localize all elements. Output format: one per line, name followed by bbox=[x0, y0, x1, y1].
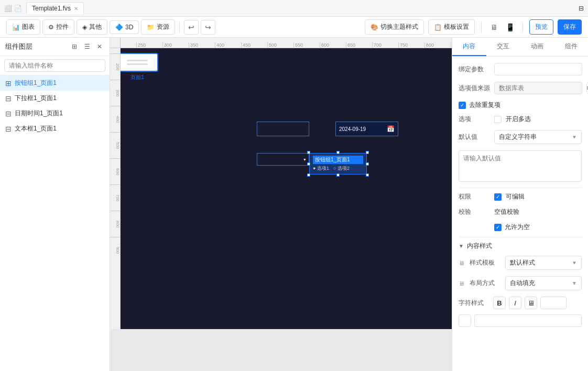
layout-select[interactable]: 自动填充 ▼ bbox=[505, 276, 582, 290]
italic-button[interactable]: I bbox=[509, 297, 521, 309]
font-style-row: 字符样式 B I 🖥 12 bbox=[459, 297, 582, 309]
ruler-vertical: 200 300 400 500 600 700 800 900 bbox=[110, 48, 121, 329]
device-icons: 🖥 📱 bbox=[488, 21, 516, 34]
layout-label: 布局方式 bbox=[470, 279, 501, 288]
preview-button[interactable]: 预览 bbox=[529, 19, 553, 35]
canvas-btn-group-widget[interactable]: 按钮组1_页面1 ● 选项1 ○ 选项2 bbox=[309, 153, 367, 174]
titlebar-right: ⊟ bbox=[579, 5, 584, 12]
ruler-mark-850: 850 bbox=[451, 42, 452, 48]
editable-label: 可编辑 bbox=[506, 192, 525, 201]
option1-label: ● 选项1 bbox=[313, 165, 329, 172]
undo-redo-group: ↩ ↪ bbox=[184, 20, 215, 35]
font-style-label: 字符样式 bbox=[459, 299, 490, 308]
bold-button[interactable]: B bbox=[493, 297, 506, 309]
list-view-icon[interactable]: ☰ bbox=[82, 42, 92, 51]
monitor-icon-font[interactable]: 🖥 bbox=[525, 297, 537, 309]
btn-group-title: 按钮组1_页面1 bbox=[313, 156, 363, 164]
bind-param-row: 绑定参数 bbox=[459, 63, 582, 75]
chevron-down-icon-section: ▼ bbox=[459, 243, 464, 249]
undo-button[interactable]: ↩ bbox=[184, 20, 199, 35]
template-button[interactable]: 📋 模板设置 bbox=[428, 19, 475, 35]
page-thumb-lines bbox=[127, 60, 148, 65]
style-template-row: 🖥 样式模板 默认样式 ▼ bbox=[459, 256, 582, 270]
chart-icon: 📊 bbox=[12, 24, 20, 31]
layer-item-datetime[interactable]: ⊟ 日期时间1_页面1 bbox=[0, 106, 110, 121]
tab-component[interactable]: 组件 bbox=[554, 38, 588, 56]
close-icon[interactable]: ✕ bbox=[74, 6, 78, 12]
source-input[interactable] bbox=[494, 82, 582, 94]
layer-item-btn-group[interactable]: ⊞ 按钮组1_页面1 bbox=[0, 75, 110, 91]
chevron-down-icon: ▼ bbox=[572, 134, 577, 140]
theme-button[interactable]: 🎨 切换主题样式 bbox=[365, 19, 424, 35]
save-button[interactable]: 保存 bbox=[558, 19, 582, 35]
other-button[interactable]: ◈ 其他 bbox=[77, 19, 107, 35]
default-val-textarea[interactable] bbox=[459, 150, 582, 182]
left-panel: 组件图层 ⊞ ☰ ✕ ⊞ 按钮组1_页面1 ⊟ 下拉框1_页面1 ⊟ 日期时间1… bbox=[0, 38, 110, 371]
divider-2 bbox=[459, 237, 582, 237]
ruler-h-marks: 250 300 350 400 450 500 550 600 650 700 … bbox=[121, 38, 452, 48]
theme-icon: 🎨 bbox=[371, 24, 378, 31]
layer-item-textbox[interactable]: ⊟ 文本框1_页面1 bbox=[0, 121, 110, 136]
control-button[interactable]: ⚙ 控件 bbox=[42, 19, 74, 35]
canvas-dropdown-widget[interactable] bbox=[257, 153, 309, 166]
3d-icon: 🔷 bbox=[115, 24, 123, 31]
canvas-scroll[interactable]: 2024-09-19 📅 按钮组1_页面1 ● 选项1 ○ 选项2 bbox=[121, 48, 452, 329]
control-icon: ⚙ bbox=[48, 24, 54, 31]
search-input[interactable] bbox=[4, 59, 105, 72]
option-label: 选项 bbox=[459, 115, 490, 124]
bind-param-input[interactable] bbox=[494, 63, 582, 75]
page-1-container: 页面1 bbox=[116, 53, 158, 72]
canvas-datetime-widget[interactable]: 2024-09-19 📅 bbox=[335, 122, 398, 136]
ruler-corner bbox=[110, 38, 121, 48]
color-input[interactable]: #FFFFFF bbox=[474, 314, 582, 327]
tab-interaction[interactable]: 交互 bbox=[486, 38, 520, 56]
grid-view-icon[interactable]: ⊞ bbox=[70, 42, 79, 51]
color-swatch[interactable] bbox=[459, 314, 471, 327]
tab-content[interactable]: 内容 bbox=[452, 38, 486, 56]
3d-button[interactable]: 🔷 3D bbox=[110, 20, 139, 34]
ruler-mark-300: 300 bbox=[162, 42, 189, 48]
style-template-select[interactable]: 默认样式 ▼ bbox=[505, 256, 582, 270]
canvas-input-widget[interactable] bbox=[257, 122, 309, 136]
default-val-value: 自定义字符串 bbox=[499, 133, 537, 141]
page-1-thumb[interactable] bbox=[116, 53, 158, 72]
chart-button[interactable]: 📊 图表 bbox=[6, 19, 40, 35]
toolbar-right: 🎨 切换主题样式 📋 模板设置 🖥 📱 预览 保存 bbox=[365, 19, 582, 35]
ruler-v-300: 300 bbox=[110, 80, 120, 106]
layer-item-dropdown[interactable]: ⊟ 下拉框1_页面1 bbox=[0, 91, 110, 106]
layer-item-icon-btn: ⊞ bbox=[5, 79, 12, 88]
ruler-v-marks: 200 300 400 500 600 700 800 900 bbox=[110, 48, 120, 263]
right-tabs: 内容 交互 动画 组件 bbox=[452, 38, 588, 57]
tab-title: Template1.fvs bbox=[32, 5, 71, 12]
remove-dup-label: 去除重复项 bbox=[469, 101, 500, 110]
layer-item-icon-drop: ⊟ bbox=[5, 94, 12, 103]
allow-null-checkbox[interactable]: ✓ bbox=[494, 224, 502, 231]
desktop-icon[interactable]: 🖥 bbox=[488, 21, 500, 34]
option2-label: ○ 选项2 bbox=[333, 165, 350, 172]
source-row: 选项值来源 ⧉ bbox=[459, 82, 582, 94]
content-style-section[interactable]: ▼ 内容样式 bbox=[459, 242, 582, 250]
ruler-v-400: 400 bbox=[110, 106, 120, 132]
tab-animation[interactable]: 动画 bbox=[520, 38, 554, 56]
ruler-mark-600: 600 bbox=[320, 42, 346, 48]
title-tab[interactable]: Template1.fvs ✕ bbox=[26, 2, 84, 14]
mobile-icon[interactable]: 📱 bbox=[504, 21, 516, 34]
ruler-v-500: 500 bbox=[110, 132, 120, 158]
app-icon: ⬜ bbox=[4, 5, 12, 12]
default-val-select[interactable]: 自定义字符串 ▼ bbox=[494, 130, 582, 144]
color-row: #FFFFFF bbox=[459, 314, 582, 327]
ruler-mark-800: 800 bbox=[424, 42, 451, 48]
ruler-mark-550: 550 bbox=[293, 42, 320, 48]
ruler-mark-500: 500 bbox=[267, 42, 293, 48]
page-1-label: 页面1 bbox=[130, 74, 144, 81]
redo-button[interactable]: ↪ bbox=[201, 20, 215, 35]
separator-1 bbox=[179, 22, 180, 32]
multi-select-checkbox[interactable] bbox=[494, 116, 502, 123]
remove-dup-checkbox[interactable]: ✓ bbox=[459, 102, 466, 109]
source-label: 选项值来源 bbox=[459, 84, 490, 93]
layer-list: ⊞ 按钮组1_页面1 ⊟ 下拉框1_页面1 ⊟ 日期时间1_页面1 ⊟ 文本框1… bbox=[0, 75, 110, 371]
resource-button[interactable]: 📁 资源 bbox=[141, 19, 175, 35]
editable-checkbox[interactable]: ✓ bbox=[494, 193, 502, 201]
close-panel-icon[interactable]: ✕ bbox=[95, 42, 104, 51]
font-size-input[interactable]: 12 bbox=[540, 297, 567, 309]
